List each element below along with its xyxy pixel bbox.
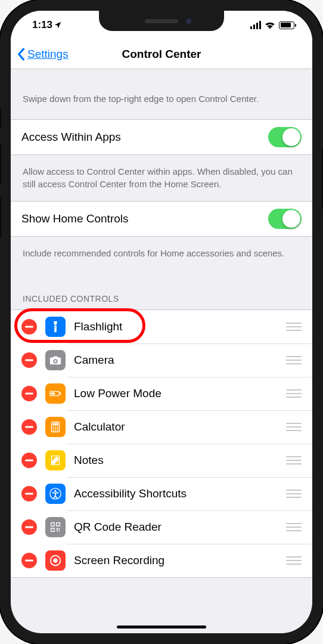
battery-icon [45,383,66,404]
svg-point-13 [57,430,58,431]
item-label: Low Power Mode [74,387,286,400]
battery-icon [279,21,294,29]
item-label: Notes [74,454,286,467]
wifi-icon [265,21,275,29]
svg-rect-16 [51,523,55,527]
svg-rect-19 [57,528,58,530]
remove-button[interactable] [21,453,37,468]
reorder-handle[interactable] [286,321,302,332]
svg-rect-17 [57,523,60,527]
svg-point-5 [53,426,54,428]
description-home: Include recommended controls for Home ac… [11,237,312,270]
list-item[interactable]: QR Code Reader [11,510,312,544]
list-item[interactable]: Accessibility Shortcuts [11,477,312,510]
cellular-icon [250,21,261,29]
item-label: QR Code Reader [74,521,286,534]
svg-point-8 [53,428,54,429]
flashlight-icon [45,317,66,337]
content[interactable]: Swipe down from the top-right edge to op… [11,69,312,578]
reorder-handle[interactable] [286,488,302,499]
item-label: Camera [74,354,286,367]
list-item[interactable]: Notes [11,444,312,477]
description-access: Allow access to Control Center within ap… [11,155,312,201]
reorder-handle[interactable] [286,555,302,566]
reorder-handle[interactable] [286,388,302,399]
remove-button[interactable] [21,519,37,535]
camera-icon [45,350,66,370]
included-controls-list: FlashlightCameraLow Power ModeCalculator… [11,309,312,578]
reorder-handle[interactable] [286,522,302,532]
reorder-handle[interactable] [286,355,302,366]
svg-point-15 [54,490,56,492]
svg-point-7 [57,426,58,428]
notes-icon [45,450,66,470]
remove-button[interactable] [21,352,37,368]
svg-rect-18 [51,528,55,532]
toggle-switch[interactable] [268,127,302,147]
device-frame: 1:13 Settings Control Center Swipe down … [0,0,323,644]
remove-button[interactable] [21,319,37,335]
description-intro: Swipe down from the top-right edge to op… [11,69,312,119]
back-button[interactable]: Settings [17,48,69,61]
toggle-row-home[interactable]: Show Home Controls [11,202,312,236]
chevron-left-icon [17,48,25,61]
location-icon [54,21,62,29]
back-label: Settings [27,48,69,61]
record-icon [45,550,66,571]
status-time: 1:13 [32,19,52,31]
item-label: Accessibility Shortcuts [74,487,286,500]
section-header: INCLUDED CONTROLS [11,270,312,309]
svg-rect-4 [52,423,58,426]
reorder-handle[interactable] [286,422,302,432]
remove-button[interactable] [21,553,37,568]
svg-point-12 [55,430,56,431]
svg-point-9 [55,428,56,429]
item-label: Calculator [74,420,286,434]
accessibility-icon [45,484,66,504]
toggle-switch[interactable] [268,209,302,229]
toggle-row-access[interactable]: Access Within Apps [11,120,312,154]
svg-point-10 [57,428,58,429]
svg-rect-21 [57,531,58,532]
toggle-label: Show Home Controls [21,212,268,225]
remove-button[interactable] [21,419,37,435]
list-item[interactable]: Flashlight [11,310,312,343]
svg-rect-22 [59,528,60,530]
svg-point-11 [53,430,54,431]
list-item[interactable]: Low Power Mode [11,377,312,410]
svg-rect-2 [60,392,61,395]
remove-button[interactable] [21,486,37,501]
svg-rect-20 [59,531,60,532]
list-item[interactable]: Calculator [11,410,312,444]
toggle-label: Access Within Apps [21,131,268,144]
qrcode-icon [45,517,66,537]
nav-bar: Settings Control Center [11,39,312,69]
svg-point-6 [55,426,56,428]
calculator-icon [45,417,66,437]
screen: 1:13 Settings Control Center Swipe down … [11,11,312,633]
svg-rect-1 [51,392,55,395]
reorder-handle[interactable] [286,455,302,466]
list-item[interactable]: Screen Recording [11,544,312,577]
item-label: Flashlight [74,320,286,333]
home-indicator[interactable] [117,626,206,628]
item-label: Screen Recording [74,554,286,567]
svg-point-24 [53,558,57,562]
remove-button[interactable] [21,386,37,401]
list-item[interactable]: Camera [11,343,312,377]
notch [99,11,224,31]
